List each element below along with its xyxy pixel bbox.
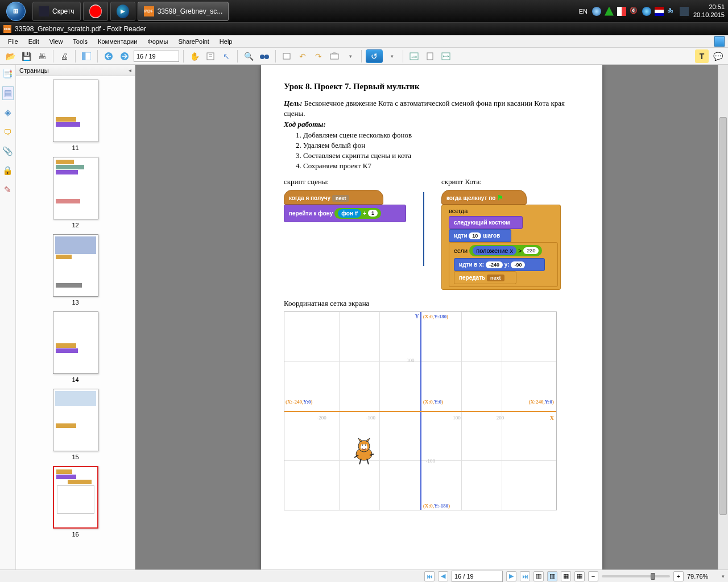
tick-label: -100 — [426, 458, 436, 464]
vertical-scrollbar[interactable] — [718, 65, 728, 569]
shield-icon[interactable] — [617, 7, 626, 16]
dropdown-icon[interactable]: ▾ — [385, 49, 399, 63]
search-icon[interactable]: 🔍 — [242, 49, 255, 63]
pages-tab-icon[interactable]: ▤ — [2, 86, 14, 100]
steps-list: Добавляем сцене несколько фонов Удаляем … — [303, 131, 580, 171]
thumbnail[interactable]: 13 — [16, 234, 135, 306]
prev-page-icon[interactable] — [102, 49, 115, 63]
clock[interactable]: 20:51 20.10.2015 — [693, 3, 725, 18]
media-player-icon: ▶ — [117, 5, 129, 18]
fit-width-icon[interactable] — [439, 49, 453, 63]
prev-page-icon[interactable]: ◀ — [438, 571, 448, 581]
thumbnail[interactable]: 16 — [16, 466, 135, 538]
next-page-icon[interactable] — [118, 49, 131, 63]
menu-file[interactable]: File — [3, 37, 23, 46]
taskbar-item-wmp[interactable]: ▶ — [110, 2, 135, 21]
menu-view[interactable]: View — [45, 37, 68, 46]
next-page-icon[interactable]: ▶ — [506, 571, 516, 581]
tray-icon[interactable] — [592, 7, 601, 16]
collapse-icon[interactable]: ◂ — [129, 67, 131, 73]
save-icon[interactable]: 💾 — [19, 49, 33, 63]
broadcast-block: передать next — [454, 271, 516, 284]
binoculars-icon[interactable] — [258, 49, 271, 63]
step-item: Составляем скрипты сцены и кота — [303, 151, 580, 160]
start-button[interactable]: ⊞ — [0, 0, 31, 23]
select-text-icon[interactable] — [204, 49, 217, 63]
bookmarks-tab-icon[interactable]: 📑 — [2, 67, 14, 81]
snapshot-icon[interactable] — [328, 49, 341, 63]
svg-point-7 — [260, 55, 264, 59]
zoom-dropdown-icon[interactable]: ▾ — [722, 573, 725, 579]
view-mode-icon[interactable]: ▥ — [533, 571, 544, 581]
hand-tool-icon[interactable]: ✋ — [188, 49, 201, 63]
tick-label: 100 — [453, 415, 461, 421]
scrollbar-thumb[interactable] — [719, 117, 727, 515]
grid-label: Координатная сетка экрана — [284, 299, 580, 308]
taskbar-item-scratch[interactable]: Скретч — [32, 2, 81, 21]
signatures-tab-icon[interactable]: ✎ — [2, 183, 14, 197]
view-mode-icon[interactable]: ▦ — [574, 571, 585, 581]
dropdown-icon[interactable]: ▾ — [344, 49, 357, 63]
flag-icon[interactable] — [655, 7, 664, 16]
scratch-cat-sprite — [350, 437, 378, 465]
print-icon[interactable]: 🖶 — [35, 49, 49, 63]
typewriter-icon[interactable] — [280, 49, 293, 63]
coord-label: (X:0,Y:180) — [423, 314, 448, 319]
tray-icon[interactable] — [605, 7, 614, 16]
menu-forms[interactable]: Формы — [143, 37, 172, 46]
last-page-icon[interactable]: ⏭ — [520, 571, 530, 581]
menu-edit[interactable]: Edit — [24, 37, 44, 46]
network-icon[interactable]: 🖧 — [667, 7, 676, 16]
language-indicator[interactable]: EN — [579, 8, 588, 15]
document-view[interactable]: Урок 8. Проект 7. Первый мультик Цель: Б… — [135, 65, 728, 569]
taskbar-item-yandex[interactable] — [83, 2, 108, 21]
tray-icon[interactable] — [680, 7, 689, 16]
view-mode-icon[interactable]: ▥ — [547, 571, 557, 581]
thumbnail[interactable]: 12 — [16, 157, 135, 228]
zoom-out-icon[interactable]: − — [588, 571, 598, 581]
comments-tab-icon[interactable]: 🗨 — [2, 125, 14, 139]
highlight-icon[interactable]: T — [695, 49, 709, 63]
zoom-actual-icon[interactable]: 100 — [407, 49, 421, 63]
taskbar-item-foxit[interactable]: PDF 33598_Grebnev_sc... — [138, 2, 229, 21]
view-mode-icon[interactable]: ▦ — [561, 571, 571, 581]
panel-toggle-icon[interactable] — [80, 49, 93, 63]
separator — [75, 50, 76, 63]
thumbnail[interactable]: 15 — [16, 389, 135, 460]
goal-text: Бесконечное движение Кота с автоматическ… — [284, 99, 565, 118]
note-icon[interactable]: 💬 — [711, 49, 725, 63]
goal-label: Цель: — [284, 99, 303, 107]
thumb-page-number: 13 — [72, 299, 78, 306]
rotate-right-icon[interactable]: ↷ — [312, 49, 325, 63]
operator-gt-block: положение x > 230 — [469, 245, 542, 256]
page-number-input[interactable] — [134, 51, 179, 62]
thumbnail-list[interactable]: 11 12 13 14 15 16 — [16, 76, 135, 569]
zoom-slider[interactable] — [602, 575, 670, 577]
menu-comments[interactable]: Комментарии — [93, 37, 142, 46]
thumbnail[interactable]: 11 — [16, 80, 135, 151]
rotate-left-icon[interactable]: ↶ — [296, 49, 309, 63]
zoom-in-icon[interactable]: + — [673, 571, 684, 581]
volume-icon[interactable]: 🔇 — [630, 7, 639, 16]
tray-icon[interactable] — [642, 7, 651, 16]
menu-tools[interactable]: Tools — [68, 37, 92, 46]
cursor-icon[interactable]: ↖ — [220, 49, 233, 63]
app-icon — [39, 6, 49, 16]
status-page-input[interactable] — [452, 571, 503, 582]
attachments-tab-icon[interactable]: 📎 — [2, 144, 14, 158]
separator — [275, 50, 276, 63]
print-icon[interactable]: 🖨 — [57, 49, 71, 63]
thumbnail[interactable]: 14 — [16, 311, 135, 383]
share-icon[interactable]: ↺ — [366, 49, 383, 63]
menu-sharepoint[interactable]: SharePoint — [173, 37, 213, 46]
coord-label: (X:0,Y:0) — [423, 399, 443, 405]
menu-help[interactable]: Help — [215, 37, 237, 46]
security-tab-icon[interactable]: 🔒 — [2, 164, 14, 177]
first-page-icon[interactable]: ⏮ — [424, 571, 435, 581]
open-icon[interactable]: 📂 — [3, 49, 17, 63]
layers-tab-icon[interactable]: ◈ — [2, 106, 14, 119]
number-input: 1 — [368, 210, 378, 217]
fit-page-icon[interactable] — [423, 49, 437, 63]
fullscreen-icon[interactable] — [714, 36, 725, 47]
block-text: передать — [459, 275, 485, 281]
